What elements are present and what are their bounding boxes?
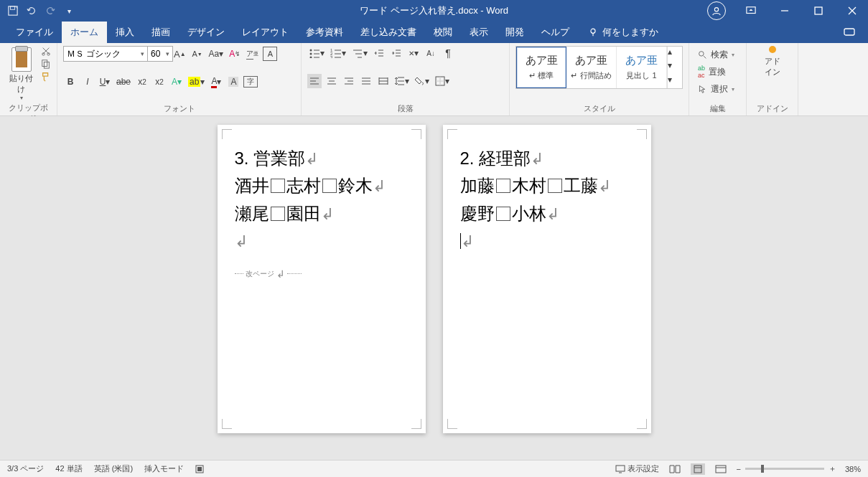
tab-home[interactable]: ホーム — [62, 22, 107, 43]
shrink-font-icon[interactable]: A▼ — [190, 47, 205, 61]
styles-more-icon[interactable]: ▾ — [668, 75, 678, 88]
find-button[interactable]: 検索▾ — [695, 46, 740, 63]
zoom-slider[interactable]: − ＋ — [737, 463, 836, 474]
group-paragraph-label: 段落 — [307, 102, 503, 114]
tab-review[interactable]: 校閲 — [425, 22, 461, 43]
distributed-icon[interactable] — [376, 74, 391, 88]
display-settings[interactable]: 表示設定 — [615, 463, 659, 474]
zoom-out-icon[interactable]: − — [737, 465, 741, 473]
styles-down-icon[interactable]: ▾ — [668, 60, 678, 74]
svg-point-11 — [310, 49, 312, 52]
group-styles: あア亜↵ 標準 あア亜↵ 行間詰め あア亜見出し 1 ▴ ▾ ▾ スタイル — [510, 43, 689, 115]
sort-icon[interactable]: A↓ — [424, 46, 438, 60]
tab-help[interactable]: ヘルプ — [533, 22, 578, 43]
replace-button[interactable]: abac置換 — [695, 63, 740, 80]
zoom-percent[interactable]: 38% — [845, 465, 861, 473]
read-mode-icon[interactable] — [668, 463, 682, 475]
align-justify-icon[interactable] — [359, 74, 373, 88]
web-layout-icon[interactable] — [714, 463, 728, 475]
copy-icon[interactable] — [41, 59, 51, 69]
asian-layout-icon[interactable]: ✕▾ — [406, 46, 421, 60]
tell-me[interactable]: 何をしますか — [578, 22, 668, 43]
show-hide-icon[interactable]: ¶ — [441, 46, 455, 60]
page-right[interactable]: 2. 経理部↲加藤木村工藤↲慶野小林↲↲ — [443, 125, 651, 433]
maximize-button[interactable] — [802, 0, 834, 22]
group-addin-label: アドイン — [752, 102, 792, 114]
account-icon[interactable] — [707, 1, 726, 20]
borders-icon[interactable]: ▾ — [434, 74, 451, 88]
align-left-icon[interactable] — [307, 74, 322, 88]
font-size-combo[interactable] — [147, 46, 173, 62]
status-page[interactable]: 3/3 ページ — [7, 463, 44, 474]
document-area[interactable]: 3. 営業部↲酒井志村鈴木↲瀬尾園田↲↲改ページ↲ 2. 経理部↲加藤木村工藤↲… — [0, 116, 868, 460]
clear-format-icon[interactable]: A↯ — [228, 47, 242, 61]
tab-references[interactable]: 参考資料 — [297, 22, 352, 43]
styles-gallery[interactable]: あア亜↵ 標準 あア亜↵ 行間詰め あア亜見出し 1 ▴ ▾ ▾ — [515, 46, 683, 89]
char-shading-icon[interactable]: A — [226, 75, 241, 89]
increase-indent-icon[interactable] — [389, 46, 403, 60]
multilevel-list-icon[interactable]: ▾ — [350, 46, 369, 60]
bullets-icon[interactable]: ▾ — [307, 46, 326, 60]
bold-icon[interactable]: B — [63, 75, 78, 89]
svg-point-18 — [699, 51, 704, 56]
minimize-button[interactable] — [768, 0, 801, 22]
tab-layout[interactable]: レイアウト — [233, 22, 297, 43]
tab-file[interactable]: ファイル — [7, 22, 62, 43]
highlight-icon[interactable]: ab▾ — [187, 75, 206, 89]
style-no-spacing[interactable]: あア亜↵ 行間詰め — [566, 47, 617, 88]
group-styles-label: スタイル — [515, 102, 683, 114]
undo-icon[interactable] — [26, 5, 37, 16]
line-spacing-icon[interactable]: ▾ — [393, 74, 411, 88]
addin-button[interactable]: アド イン — [752, 46, 792, 77]
status-lang[interactable]: 英語 (米国) — [94, 463, 133, 474]
cut-icon[interactable] — [41, 46, 51, 56]
format-painter-icon[interactable] — [41, 72, 51, 82]
underline-icon[interactable]: U▾ — [98, 75, 112, 89]
print-layout-icon[interactable] — [691, 463, 705, 475]
ribbon-tabs: ファイル ホーム 挿入 描画 デザイン レイアウト 参考資料 差し込み文書 校閲… — [0, 22, 868, 43]
grow-font-icon[interactable]: A▲ — [172, 47, 187, 61]
shading-icon[interactable]: ▾ — [414, 74, 431, 88]
enclose-char-icon[interactable]: A — [263, 47, 277, 61]
paste-button[interactable]: 貼り付け ▾ — [6, 46, 37, 101]
status-mode[interactable]: 挿入モード — [144, 463, 184, 474]
numbering-icon[interactable]: 123▾ — [329, 46, 347, 60]
status-words[interactable]: 42 単語 — [55, 463, 82, 474]
tab-mailings[interactable]: 差し込み文書 — [352, 22, 425, 43]
styles-up-icon[interactable]: ▴ — [668, 47, 678, 60]
text-effects-icon[interactable]: A▾ — [169, 75, 184, 89]
ribbon-display-button[interactable] — [734, 0, 767, 22]
tab-draw[interactable]: 描画 — [143, 22, 179, 43]
decrease-indent-icon[interactable] — [372, 46, 386, 60]
phonetic-guide-icon[interactable]: ア亜 — [245, 47, 260, 61]
save-icon[interactable] — [7, 5, 19, 16]
tab-insert[interactable]: 挿入 — [107, 22, 143, 43]
char-border-icon[interactable]: 字 — [243, 76, 258, 88]
close-button[interactable] — [836, 0, 868, 22]
tab-design[interactable]: デザイン — [179, 22, 233, 43]
align-center-icon[interactable] — [325, 74, 339, 88]
font-color-icon[interactable]: A▾ — [209, 75, 223, 89]
select-button[interactable]: 選択▾ — [695, 80, 740, 98]
group-font-label: フォント — [63, 102, 295, 114]
style-normal[interactable]: あア亜↵ 標準 — [516, 47, 566, 88]
subscript-icon[interactable]: x2 — [135, 75, 149, 89]
redo-icon[interactable] — [45, 5, 56, 16]
tab-developer[interactable]: 開発 — [497, 22, 533, 43]
strike-icon[interactable]: abe — [115, 75, 132, 89]
font-name-combo[interactable] — [63, 46, 148, 62]
italic-icon[interactable]: I — [80, 75, 95, 89]
qat-customize-icon[interactable]: ▾ — [63, 5, 75, 16]
macro-record-icon[interactable] — [195, 465, 204, 473]
svg-rect-6 — [844, 29, 854, 35]
align-right-icon[interactable] — [342, 74, 356, 88]
superscript-icon[interactable]: x2 — [152, 75, 167, 89]
zoom-in-icon[interactable]: ＋ — [829, 463, 836, 474]
share-button[interactable] — [831, 22, 868, 43]
group-paragraph: ▾ 123▾ ▾ ✕▾ A↓ ¶ ▾ ▾ ▾ 段落 — [302, 43, 510, 115]
change-case-icon[interactable]: Aa▾ — [207, 47, 225, 61]
page-left[interactable]: 3. 営業部↲酒井志村鈴木↲瀬尾園田↲↲改ページ↲ — [218, 125, 426, 433]
style-heading1[interactable]: あア亜見出し 1 — [617, 47, 667, 88]
svg-rect-23 — [716, 466, 726, 473]
tab-view[interactable]: 表示 — [461, 22, 497, 43]
